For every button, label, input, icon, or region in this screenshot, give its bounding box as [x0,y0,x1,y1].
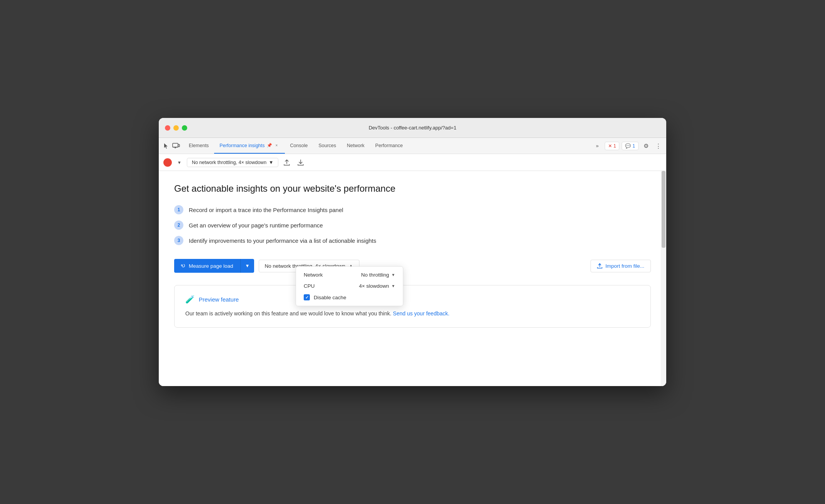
error-icon: ✕ [608,143,612,149]
toolbar-throttle-select[interactable]: No network throttling, 4× slowdown ▼ [187,158,279,167]
minimize-button[interactable] [173,125,179,131]
tab-performance-insights[interactable]: Performance insights 📌 × [214,138,284,154]
tab-elements[interactable]: Elements [183,138,214,154]
network-arrow: ▼ [391,273,395,277]
preview-feature-text: Our team is actively working on this fea… [185,309,640,318]
feedback-link[interactable]: Send us your feedback. [393,310,449,317]
tab-bar: Elements Performance insights 📌 × Consol… [159,138,666,154]
error-badge[interactable]: ✕ 1 [605,142,620,150]
tab-performance[interactable]: Performance [370,138,408,154]
step-item-1: 1 Record or import a trace into the Perf… [174,205,651,214]
tab-console[interactable]: Console [285,138,313,154]
step-item-3: 3 Identify improvements to your performa… [174,236,651,245]
step-number-3: 3 [174,236,183,245]
close-button[interactable] [165,125,170,131]
message-icon: 💬 [625,143,631,149]
step-text-1: Record or import a trace into the Perfor… [189,207,343,213]
device-icon[interactable] [172,142,180,150]
more-options-button[interactable]: ⋮ [653,141,663,151]
disable-cache-checkbox[interactable] [304,294,310,300]
step-text-2: Get an overview of your page's runtime p… [189,222,323,229]
disable-cache-label: Disable cache [314,295,346,300]
cpu-select[interactable]: 4× slowdown ▼ [359,283,395,289]
settings-button[interactable]: ⚙ [641,141,651,151]
preview-feature-header: 🧪 Preview feature [185,295,640,304]
network-label: Network [304,272,327,278]
step-item-2: 2 Get an overview of your page's runtime… [174,220,651,230]
devtools-icons [162,138,183,154]
upload-button[interactable] [281,157,292,168]
preview-feature-title: Preview feature [199,296,239,303]
action-row: ↻ Measure page load ▼ No network throttl… [174,259,651,273]
step-number-2: 2 [174,220,183,230]
more-tabs-button[interactable]: » [592,141,602,151]
flask-icon: 🧪 [185,295,195,304]
scrollbar-track[interactable] [661,171,666,386]
disable-cache-row: Disable cache [304,294,395,300]
import-from-file-button[interactable]: Import from file... [590,260,651,272]
step-text-3: Identify improvements to your performanc… [189,237,376,244]
title-bar: DevTools - coffee-cart.netlify.app/?ad=1 [159,118,666,138]
page-title: Get actionable insights on your website'… [174,182,651,194]
tabs-area: Elements Performance insights 📌 × Consol… [183,138,589,154]
record-dropdown-arrow[interactable]: ▼ [175,159,184,166]
throttle-popup: Network No throttling ▼ CPU 4× slowdown … [296,266,403,306]
tab-bar-right: » ✕ 1 💬 1 ⚙ ⋮ [589,138,663,154]
cpu-row: CPU 4× slowdown ▼ [304,283,395,289]
download-button[interactable] [295,157,306,168]
record-button[interactable] [163,158,172,167]
network-row: Network No throttling ▼ [304,272,395,278]
main-content: Get actionable insights on your website'… [159,171,666,386]
maximize-button[interactable] [182,125,187,131]
pin-icon: 📌 [267,143,272,148]
window-title: DevTools - coffee-cart.netlify.app/?ad=1 [369,125,456,131]
svg-rect-1 [178,144,180,147]
tab-sources[interactable]: Sources [313,138,341,154]
network-select[interactable]: No throttling ▼ [361,272,395,278]
measure-page-load-button[interactable]: ↻ Measure page load [174,259,240,273]
tab-network[interactable]: Network [341,138,370,154]
cursor-icon[interactable] [162,142,170,150]
step-number-1: 1 [174,205,183,214]
preview-feature-box: 🧪 Preview feature Our team is actively w… [174,285,651,327]
cpu-arrow: ▼ [391,284,395,288]
measure-btn-group: ↻ Measure page load ▼ [174,259,254,273]
refresh-icon: ↻ [180,262,187,270]
window-controls [165,125,187,131]
message-badge[interactable]: 💬 1 [622,142,639,150]
toolbar: ▼ No network throttling, 4× slowdown ▼ [159,154,666,171]
scrollbar-thumb[interactable] [662,171,665,248]
cpu-label: CPU [304,283,327,289]
disable-cache-checkbox-row: Disable cache [304,294,346,300]
svg-rect-0 [173,143,178,147]
steps-list: 1 Record or import a trace into the Perf… [174,205,651,245]
tab-close-button[interactable]: × [274,143,279,148]
devtools-window: DevTools - coffee-cart.netlify.app/?ad=1 [159,118,666,386]
measure-dropdown-button[interactable]: ▼ [240,259,254,273]
